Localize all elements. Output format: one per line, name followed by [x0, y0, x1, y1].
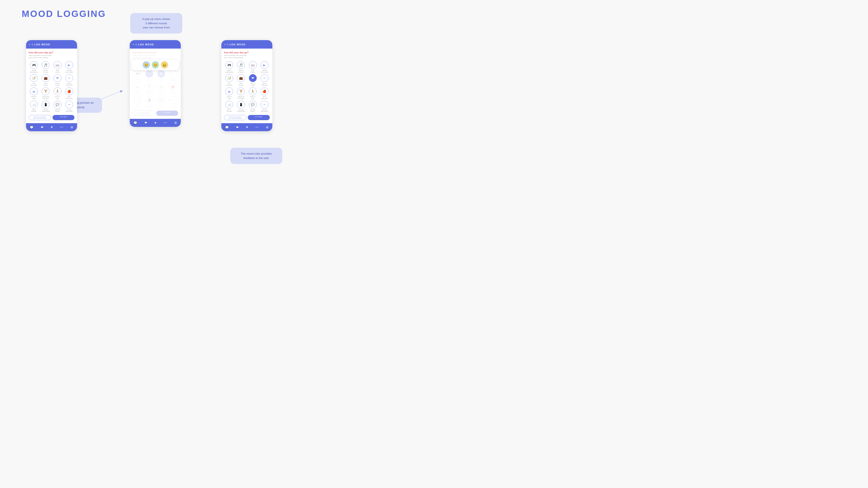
phone2-recommendations-button: didn't go as planned?go to recommendatio…: [132, 110, 155, 116]
activity-label-meal: ate agood meal: [66, 96, 72, 99]
list-item[interactable]: 🎵 listenedto music: [40, 61, 51, 73]
phone-2: ‹ < LOG MOOD how did your day go? select…: [130, 40, 181, 127]
phone3-back-icon[interactable]: ‹: [224, 43, 226, 46]
callout-popup-text: A pop-up menu shows 3 different moods us…: [142, 18, 170, 29]
list-item[interactable]: 📝 didhomework: [29, 74, 39, 86]
phone2-done-button: done logging: [156, 110, 178, 116]
activity-label: reada book: [251, 70, 255, 73]
phone3-done-button[interactable]: done logging: [248, 115, 270, 120]
phone2-overlay: [130, 48, 181, 119]
activity-label: listenedto music: [238, 70, 244, 73]
nav-chat-icon[interactable]: 💬: [133, 121, 137, 125]
list-item[interactable]: ▶ watchedsome videos: [64, 61, 74, 73]
mood-sad-option[interactable]: 😢: [143, 61, 150, 69]
list-item[interactable]: 🍎 ate agood meal: [259, 88, 270, 99]
nav-settings-icon[interactable]: ⚙: [266, 126, 269, 129]
list-item[interactable]: 📱 browsedsocial media: [236, 101, 246, 112]
activity-label: not now,add activity: [261, 109, 268, 112]
phone1-done-button[interactable]: done logging: [53, 115, 75, 120]
list-item[interactable]: ❤ went ona date: [248, 74, 258, 86]
list-item[interactable]: ✂ ate at arestaurant: [259, 74, 270, 86]
activity-label-date: went ona date: [55, 83, 60, 86]
activity-label: ate at arestaurant: [261, 83, 268, 86]
list-item[interactable]: 🎵 listenedto music: [236, 61, 246, 73]
nav-plus-icon[interactable]: +: [154, 121, 157, 125]
activity-label: didhomework: [226, 83, 232, 86]
activity-icon-date: ❤: [249, 74, 257, 82]
activity-label-social: browsedsocial media: [42, 109, 50, 112]
phone2-header: ‹ < LOG MOOD: [130, 40, 181, 48]
phone3-header: ‹ < LOG MOOD: [221, 40, 272, 48]
activity-icon-game: 🎮: [225, 61, 233, 69]
nav-chat-icon[interactable]: 💬: [30, 126, 33, 129]
list-item[interactable]: ✂ ate at arestaurant: [64, 74, 74, 86]
nav-settings-icon[interactable]: ⚙: [70, 126, 73, 129]
list-item[interactable]: 🛁 took ahot bath: [29, 101, 39, 112]
activity-label: worked outat the gym: [238, 96, 244, 99]
list-item[interactable]: 💼 wentto work: [40, 74, 51, 86]
nav-chart-icon[interactable]: 〰: [255, 126, 258, 129]
activity-icon-gym: 🏋: [42, 88, 50, 95]
nav-heart-icon[interactable]: ❤: [145, 121, 147, 125]
nav-chat-icon[interactable]: 💬: [225, 126, 229, 129]
list-item[interactable]: 🎮 playedvideo games: [224, 61, 235, 73]
phone1-body: how did your day go? select activities a…: [26, 48, 77, 123]
activity-icon-game: 🎮: [30, 61, 38, 69]
nav-heart-icon[interactable]: ❤: [41, 126, 43, 129]
list-item[interactable]: 🏋 worked outat the gym: [40, 88, 51, 99]
phone-3: ‹ < LOG MOOD how did your day go? select…: [221, 40, 272, 131]
nav-settings-icon[interactable]: ⚙: [174, 121, 177, 125]
nav-chart-icon[interactable]: 〰: [164, 121, 167, 125]
list-item[interactable]: 💬 chat withfriends: [52, 101, 63, 112]
activity-label-music: listenedto music: [43, 70, 48, 73]
list-item[interactable]: ⛰ went fora hike: [29, 88, 39, 99]
phone2-footer: didn't go as planned?go to recommendatio…: [132, 110, 178, 117]
page-title: MOOD LOGGING: [22, 9, 106, 19]
activity-icon-video: ▶: [65, 61, 73, 69]
mood-popup[interactable]: 😢 😊 😄: [131, 59, 179, 70]
list-item[interactable]: 🏃 went fora jog: [248, 88, 258, 99]
activity-label: chat withfriends: [250, 109, 256, 112]
mood-neutral-option[interactable]: 😊: [152, 61, 159, 69]
phone3-recommendations-button[interactable]: didn't go to anything!go to recommendati…: [224, 115, 247, 120]
phone3-navbar: 💬 ❤ + 〰 ⚙: [221, 123, 272, 131]
list-item[interactable]: ❤ went ona date: [52, 74, 63, 86]
list-item[interactable]: 📖 reada book: [248, 61, 258, 73]
activity-icon-music: 🎵: [42, 61, 50, 69]
list-item[interactable]: ⛰ went fora hike: [224, 88, 235, 99]
activity-label: went fora hike: [227, 96, 232, 99]
nav-plus-icon[interactable]: +: [51, 125, 53, 129]
activity-icon-book: 📖: [249, 61, 257, 69]
activity-label: went fora jog: [250, 96, 255, 99]
activity-icon-hike: ⛰: [30, 88, 38, 95]
callout-mood-color-text: The mood color provides feedback to the …: [241, 152, 272, 160]
activity-icon-social: 📱: [42, 101, 50, 108]
list-item[interactable]: 📖 reada book: [52, 61, 63, 73]
list-item[interactable]: 🛁 took ahot bath: [224, 101, 235, 112]
list-item[interactable]: ▶ watchedsome videos: [259, 61, 270, 73]
phone-1: ‹ < LOG MOOD how did your day go? select…: [26, 40, 77, 131]
list-item[interactable]: 🏃 went fora jog: [52, 88, 63, 99]
list-item[interactable]: 📱 browsedsocial media: [40, 101, 51, 112]
list-item[interactable]: 🏋 worked outat the gym: [236, 88, 246, 99]
phone3-body: how did your day go? select activities a…: [221, 48, 272, 123]
nav-plus-icon[interactable]: +: [246, 125, 248, 129]
phone2-back-icon[interactable]: ‹: [133, 43, 134, 46]
list-item[interactable]: ••• not now,add activity: [64, 101, 74, 112]
phone1-subtitle: select activities and associate your moo…: [29, 55, 74, 59]
list-item[interactable]: 🎮 playedvideo games: [29, 61, 39, 73]
activity-icon-gym: 🏋: [237, 88, 245, 95]
nav-chart-icon[interactable]: 〰: [60, 126, 63, 129]
list-item[interactable]: 📝 didhomework: [224, 74, 235, 86]
list-item[interactable]: 💼 wentto work: [236, 74, 246, 86]
phone1-back-icon[interactable]: ‹: [29, 43, 30, 46]
list-item[interactable]: 🍎 ate agood meal: [64, 88, 74, 99]
activity-icon-restaurant: ✂: [65, 74, 73, 82]
nav-heart-icon[interactable]: ❤: [236, 126, 239, 129]
mood-happy-option[interactable]: 😄: [161, 61, 168, 69]
phone3-subtitle: select activities and associate your moo…: [224, 55, 270, 59]
phone1-recommendations-button[interactable]: didn't go as planned?go to recommendatio…: [29, 115, 51, 120]
activity-label: took ahot bath: [226, 109, 232, 112]
list-item[interactable]: ••• not now,add activity: [259, 101, 270, 112]
list-item[interactable]: 💬 chat withfriends: [248, 101, 258, 112]
